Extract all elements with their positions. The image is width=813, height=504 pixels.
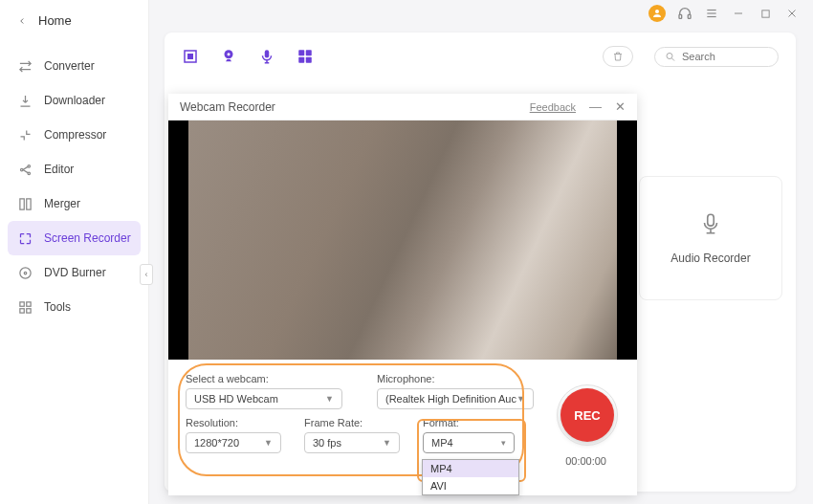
tools-icon [17,299,33,315]
record-button-label: REC [574,408,600,423]
user-avatar[interactable] [648,5,666,22]
sidebar-item-merger[interactable]: Merger [0,186,148,221]
sidebar-item-label: Tools [44,300,71,314]
svg-rect-34 [708,214,714,226]
home-button[interactable]: Home [0,0,148,41]
svg-point-0 [655,10,659,13]
format-option-mp4[interactable]: MP4 [423,460,518,477]
sidebar-collapse-handle[interactable]: ‹ [140,264,153,285]
svg-line-13 [23,166,28,169]
svg-rect-20 [26,301,30,305]
audio-tool-icon[interactable] [258,48,275,65]
format-select-value: MP4 [431,437,453,449]
sidebar: Home Converter Downloader Compressor Edi… [0,0,149,504]
microphone-select-label: Microphone: [377,373,534,384]
record-timer: 00:00:00 [565,455,606,467]
close-button[interactable] [784,6,800,21]
webcam-select-value: USB HD Webcam [194,393,278,405]
chevron-down-icon: ▼ [264,438,273,448]
sidebar-item-label: Compressor [44,128,106,142]
merger-icon [17,196,33,211]
format-select-label: Format: [423,417,515,428]
search-icon [665,51,676,63]
microphone-icon [698,211,723,236]
svg-rect-16 [26,198,30,208]
sidebar-item-label: Merger [44,197,80,210]
webcam-select[interactable]: USB HD Webcam ▼ [186,388,342,409]
sidebar-item-converter[interactable]: Converter [0,49,148,83]
trash-button[interactable] [603,46,633,67]
sidebar-item-label: Converter [44,59,95,73]
feedback-link[interactable]: Feedback [530,101,576,113]
svg-rect-29 [306,50,312,55]
audio-recorder-label: Audio Recorder [670,252,750,265]
webcam-select-label: Select a webcam: [186,373,342,384]
sidebar-item-dvd-burner[interactable]: DVD Burner [0,255,148,290]
svg-point-10 [20,168,23,171]
audio-recorder-card[interactable]: Audio Recorder [639,176,782,300]
downloader-icon [17,93,33,108]
svg-line-14 [23,169,28,172]
svg-rect-24 [188,55,193,59]
svg-point-32 [667,53,672,58]
microphone-select[interactable]: (Realtek High Definition Auc ▼ [377,388,534,409]
sidebar-item-label: Downloader [44,94,105,107]
svg-point-11 [28,164,31,167]
search-box[interactable] [654,47,779,67]
resolution-select-value: 1280*720 [194,437,239,449]
framerate-select-value: 30 fps [313,437,341,449]
resolution-select-label: Resolution: [186,417,281,428]
format-option-avi[interactable]: AVI [423,477,518,494]
sidebar-item-downloader[interactable]: Downloader [0,83,148,118]
screen-recorder-icon [17,230,33,246]
svg-line-33 [672,58,675,61]
chevron-down-icon: ▼ [516,394,525,404]
modal-close-button[interactable]: ✕ [615,99,626,114]
svg-rect-2 [688,14,691,18]
sidebar-item-label: DVD Burner [44,266,106,279]
sidebar-item-editor[interactable]: Editor [0,152,148,186]
svg-point-26 [228,53,231,55]
svg-rect-28 [298,50,304,55]
svg-rect-21 [19,308,23,312]
microphone-select-value: (Realtek High Definition Auc [385,393,516,405]
svg-rect-31 [306,57,312,63]
chevron-down-icon: ▾ [501,438,506,448]
webcam-tool-icon[interactable] [220,48,237,65]
sidebar-item-label: Editor [44,163,74,176]
webcam-feed-image [188,121,617,360]
svg-rect-7 [761,10,768,16]
maximize-button[interactable] [758,6,773,21]
svg-point-17 [19,267,30,277]
svg-rect-22 [26,308,30,312]
titlebar [648,0,813,27]
modal-header: Webcam Recorder Feedback — ✕ [168,94,637,121]
format-select[interactable]: MP4 ▾ [423,432,515,453]
sidebar-item-label: Screen Recorder [44,231,131,245]
framerate-select[interactable]: 30 fps ▼ [304,432,400,453]
svg-rect-19 [19,301,23,305]
menu-icon[interactable] [704,6,719,21]
apps-tool-icon[interactable] [297,48,314,65]
modal-title: Webcam Recorder [180,100,275,114]
framerate-select-label: Frame Rate: [304,417,400,428]
svg-point-12 [28,172,31,175]
headset-icon[interactable] [677,6,692,21]
svg-rect-30 [298,57,304,63]
modal-minimize-button[interactable]: — [589,99,602,114]
compressor-icon [17,127,33,142]
sidebar-item-screen-recorder[interactable]: Screen Recorder [8,221,141,255]
record-button[interactable]: REC [560,388,614,442]
converter-icon [17,58,33,74]
svg-point-18 [24,272,27,274]
sidebar-item-tools[interactable]: Tools [0,290,148,324]
resolution-select[interactable]: 1280*720 ▼ [186,432,281,453]
dvd-icon [17,265,33,280]
sidebar-item-compressor[interactable]: Compressor [0,118,148,152]
webcam-preview [168,121,637,360]
svg-rect-15 [19,198,23,208]
search-input[interactable] [682,51,768,62]
chevron-down-icon: ▼ [325,394,334,404]
screen-record-tool-icon[interactable] [182,48,199,65]
minimize-button[interactable] [731,6,746,21]
